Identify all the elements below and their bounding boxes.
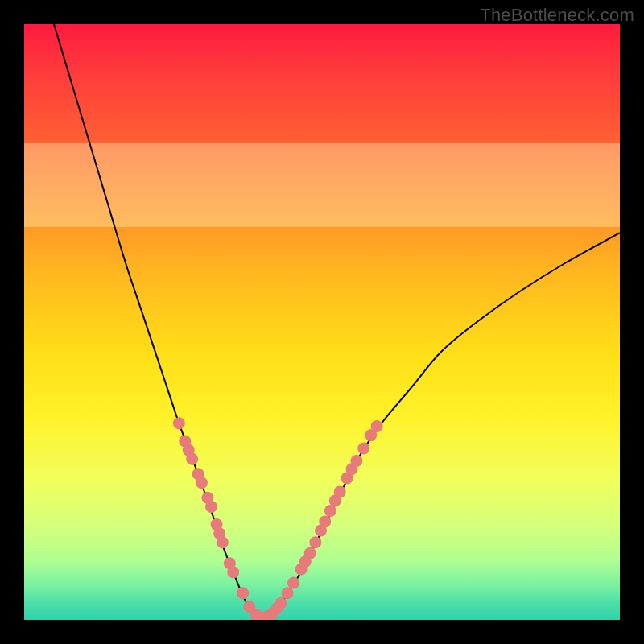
data-point [227, 566, 239, 578]
data-point [173, 417, 185, 429]
data-point [205, 501, 217, 513]
chart-frame: TheBottleneck.com [0, 0, 644, 644]
data-point [275, 597, 287, 609]
data-point [334, 485, 346, 497]
watermark-text: TheBottleneck.com [480, 5, 634, 26]
data-point [186, 453, 198, 465]
data-point [287, 577, 299, 589]
data-points-group [173, 417, 383, 620]
data-point [237, 587, 249, 599]
data-point [282, 587, 294, 599]
data-point [319, 515, 331, 527]
data-point [357, 442, 369, 454]
data-point [196, 477, 208, 489]
chart-plot-area [24, 24, 620, 620]
chart-svg [24, 24, 620, 620]
data-point [371, 420, 383, 432]
data-point [309, 536, 321, 548]
bottleneck-curve-path [54, 24, 620, 618]
data-point [217, 536, 229, 548]
data-point [350, 455, 362, 467]
data-point [304, 547, 316, 559]
